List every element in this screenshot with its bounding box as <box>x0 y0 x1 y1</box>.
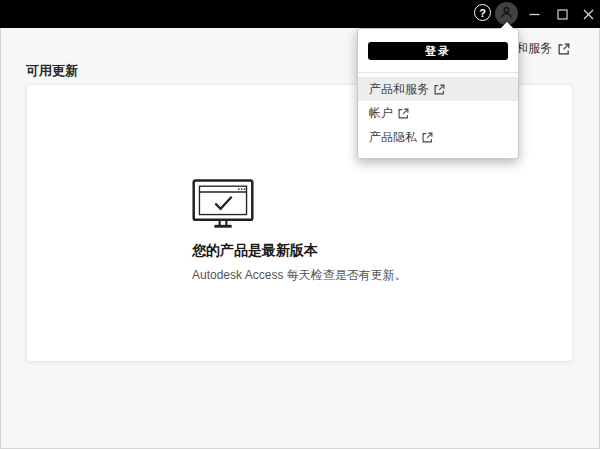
dropdown-caret-icon <box>500 22 514 29</box>
external-link-icon <box>558 43 570 55</box>
page-title: 可用更新 <box>26 62 78 80</box>
menu-item-label: 帐户 <box>369 105 393 122</box>
status-subtitle: Autodesk Access 每天检查是否有更新。 <box>192 267 407 284</box>
help-icon[interactable]: ? <box>474 4 491 21</box>
update-status-block: 您的产品是最新版本 Autodesk Access 每天检查是否有更新。 <box>192 179 407 284</box>
external-link-icon <box>398 108 409 119</box>
login-button[interactable]: 登录 <box>368 42 508 60</box>
user-avatar-icon <box>498 4 515 24</box>
dropdown-menu: 产品和服务 帐户 产品隐私 <box>358 73 518 158</box>
menu-item-product-privacy[interactable]: 产品隐私 <box>358 125 518 149</box>
maximize-icon[interactable] <box>550 0 574 28</box>
menu-item-label: 产品和服务 <box>369 81 429 98</box>
close-icon[interactable] <box>576 0 600 28</box>
menu-item-products-services[interactable]: 产品和服务 <box>358 77 518 101</box>
monitor-check-icon <box>192 214 254 231</box>
external-link-icon <box>422 132 433 143</box>
minimize-icon[interactable] <box>522 0 546 28</box>
menu-item-label: 产品隐私 <box>369 129 417 146</box>
menu-item-account[interactable]: 帐户 <box>358 101 518 125</box>
account-dropdown: 登录 产品和服务 帐户 产品隐私 <box>357 28 519 159</box>
external-link-icon <box>434 84 445 95</box>
app-window: ? 产品和服务 <box>0 0 600 449</box>
status-title: 您的产品是最新版本 <box>192 242 407 260</box>
